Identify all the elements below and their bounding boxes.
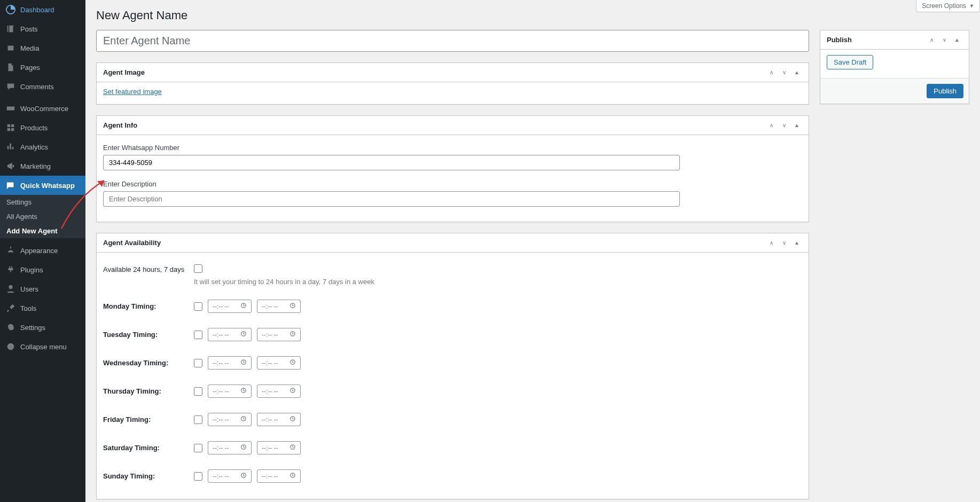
clock-icon bbox=[289, 415, 296, 423]
sidebar-subitem-add-new-agent[interactable]: Add New Agent bbox=[0, 224, 85, 238]
time-placeholder: --:-- -- bbox=[213, 388, 229, 395]
timing-enable-checkbox[interactable] bbox=[194, 444, 202, 452]
move-down-icon[interactable]: ∨ bbox=[939, 35, 950, 45]
set-featured-image-link[interactable]: Set featured image bbox=[103, 88, 162, 96]
timing-day-label: Tuesday Timing: bbox=[103, 331, 194, 339]
sidebar-item-products[interactable]: Products bbox=[0, 118, 85, 137]
clock-icon bbox=[289, 472, 296, 480]
toggle-panel-icon[interactable]: ▲ bbox=[791, 238, 802, 248]
sidebar-item-appearance[interactable]: Appearance bbox=[0, 241, 85, 260]
time-placeholder: --:-- -- bbox=[262, 444, 278, 452]
quick-whatsapp-icon bbox=[5, 180, 16, 191]
time-input[interactable]: --:-- -- bbox=[257, 300, 301, 313]
sidebar-item-marketing[interactable]: Marketing bbox=[0, 156, 85, 176]
sidebar-item-label: Posts bbox=[20, 25, 38, 33]
whatsapp-input[interactable] bbox=[103, 155, 680, 170]
time-input[interactable]: --:-- -- bbox=[208, 469, 252, 483]
screen-options-toggle[interactable]: Screen Options ▼ bbox=[916, 0, 980, 12]
chevron-down-icon: ▼ bbox=[969, 3, 974, 9]
sidebar-item-users[interactable]: Users bbox=[0, 279, 85, 299]
timing-day-label: Thursday Timing: bbox=[103, 387, 194, 395]
time-input[interactable]: --:-- -- bbox=[257, 356, 301, 370]
sidebar-item-pages[interactable]: Pages bbox=[0, 58, 85, 77]
time-placeholder: --:-- -- bbox=[213, 331, 229, 339]
marketing-icon bbox=[5, 161, 16, 171]
description-input[interactable] bbox=[103, 191, 680, 207]
time-placeholder: --:-- -- bbox=[213, 444, 229, 452]
move-up-icon[interactable]: ∧ bbox=[926, 35, 937, 45]
time-placeholder: --:-- -- bbox=[213, 473, 229, 480]
timing-row: Saturday Timing:--:-- ----:-- -- bbox=[103, 434, 802, 462]
timing-enable-checkbox[interactable] bbox=[194, 302, 202, 311]
timing-enable-checkbox[interactable] bbox=[194, 415, 202, 424]
time-input[interactable]: --:-- -- bbox=[257, 328, 301, 341]
sidebar-item-label: Plugins bbox=[20, 266, 43, 274]
time-placeholder: --:-- -- bbox=[262, 473, 278, 480]
move-down-icon[interactable]: ∨ bbox=[779, 67, 789, 78]
timing-enable-checkbox[interactable] bbox=[194, 359, 202, 367]
time-input[interactable]: --:-- -- bbox=[257, 413, 301, 426]
pages-icon bbox=[5, 62, 16, 73]
move-up-icon[interactable]: ∧ bbox=[766, 67, 777, 78]
timing-day-label: Monday Timing: bbox=[103, 302, 194, 310]
sidebar-item-label: Appearance bbox=[20, 247, 58, 255]
time-input[interactable]: --:-- -- bbox=[257, 385, 301, 398]
sidebar-item-plugins[interactable]: Plugins bbox=[0, 260, 85, 279]
sidebar-item-quick-whatsapp[interactable]: Quick Whatsapp bbox=[0, 176, 85, 195]
main-content: Screen Options ▼ New Agent Name Agent Im… bbox=[85, 0, 980, 502]
sidebar-item-woocommerce[interactable]: WooCommerce bbox=[0, 99, 85, 118]
sidebar-item-label: Analytics bbox=[20, 143, 48, 151]
time-input[interactable]: --:-- -- bbox=[257, 441, 301, 454]
agent-info-box: Agent Info ∧ ∨ ▲ Enter Whatsapp Number E… bbox=[96, 115, 809, 222]
sidebar-item-comments[interactable]: Comments bbox=[0, 77, 85, 96]
toggle-panel-icon[interactable]: ▲ bbox=[791, 67, 802, 78]
time-placeholder: --:-- -- bbox=[213, 416, 229, 423]
save-draft-button[interactable]: Save Draft bbox=[827, 55, 873, 69]
sidebar-item-media[interactable]: Media bbox=[0, 38, 85, 58]
sidebar-item-label: Pages bbox=[20, 64, 40, 72]
whatsapp-label: Enter Whatsapp Number bbox=[103, 144, 802, 152]
available-allday-label: Available 24 hours, 7 days bbox=[103, 264, 194, 273]
dashboard-icon bbox=[5, 4, 16, 15]
sidebar-item-analytics[interactable]: Analytics bbox=[0, 137, 85, 156]
time-input[interactable]: --:-- -- bbox=[208, 328, 252, 341]
move-up-icon[interactable]: ∧ bbox=[766, 238, 777, 248]
available-allday-checkbox[interactable] bbox=[194, 264, 202, 273]
time-input[interactable]: --:-- -- bbox=[208, 385, 252, 398]
time-input[interactable]: --:-- -- bbox=[208, 356, 252, 370]
move-up-icon[interactable]: ∧ bbox=[766, 120, 777, 131]
publish-button[interactable]: Publish bbox=[927, 84, 963, 98]
sidebar-item-tools[interactable]: Tools bbox=[0, 299, 85, 318]
move-down-icon[interactable]: ∨ bbox=[779, 120, 789, 131]
time-input[interactable]: --:-- -- bbox=[257, 469, 301, 483]
clock-icon bbox=[240, 444, 247, 452]
move-down-icon[interactable]: ∨ bbox=[779, 238, 789, 248]
sidebar-item-posts[interactable]: Posts bbox=[0, 19, 85, 38]
agent-image-box: Agent Image ∧ ∨ ▲ Set featured image bbox=[96, 62, 809, 105]
sidebar-item-label: Media bbox=[20, 44, 39, 52]
time-input[interactable]: --:-- -- bbox=[208, 413, 252, 426]
time-input[interactable]: --:-- -- bbox=[208, 441, 252, 454]
toggle-panel-icon[interactable]: ▲ bbox=[952, 35, 962, 45]
sidebar-item-collapse[interactable]: Collapse menu bbox=[0, 337, 85, 356]
sidebar-item-settings[interactable]: Settings bbox=[0, 318, 85, 337]
sidebar-subitem-all-agents[interactable]: All Agents bbox=[0, 209, 85, 224]
sidebar-subitem-settings[interactable]: Settings bbox=[0, 195, 85, 209]
timing-enable-checkbox[interactable] bbox=[194, 387, 202, 396]
sidebar-item-label: Tools bbox=[20, 304, 36, 312]
toggle-panel-icon[interactable]: ▲ bbox=[791, 120, 802, 131]
agent-image-title: Agent Image bbox=[103, 68, 145, 76]
timing-enable-checkbox[interactable] bbox=[194, 472, 202, 481]
sidebar-item-dashboard[interactable]: Dashboard bbox=[0, 0, 85, 19]
clock-icon bbox=[289, 302, 296, 310]
sidebar-item-label: Quick Whatsapp bbox=[20, 182, 75, 190]
timing-enable-checkbox[interactable] bbox=[194, 331, 202, 339]
media-icon bbox=[5, 43, 16, 53]
sidebar-item-label: Dashboard bbox=[20, 6, 54, 14]
publish-box: Publish ∧ ∨ ▲ Save Draft Publish bbox=[820, 30, 969, 104]
clock-icon bbox=[240, 331, 247, 339]
time-placeholder: --:-- -- bbox=[262, 416, 278, 423]
agent-name-input[interactable] bbox=[96, 30, 809, 52]
time-input[interactable]: --:-- -- bbox=[208, 300, 252, 313]
clock-icon bbox=[240, 359, 247, 367]
